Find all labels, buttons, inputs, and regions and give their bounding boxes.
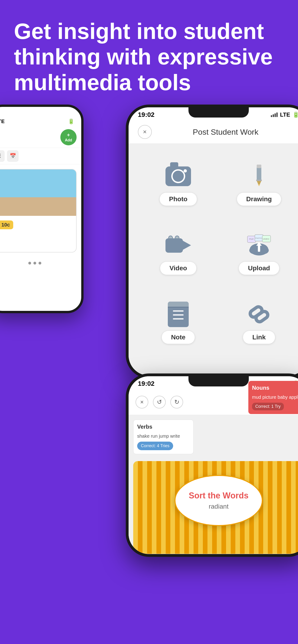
video-body xyxy=(165,238,183,253)
nouns-correct-badge: Correct: 1 Try xyxy=(252,403,284,410)
note-icon xyxy=(164,303,192,326)
hero-section: Get insight into student thinking with e… xyxy=(0,0,298,104)
media-item-drawing[interactable]: Drawing xyxy=(223,153,295,213)
list-icon[interactable]: ☰ xyxy=(0,150,5,162)
phone-main: 19:02 LTE 🔋 × Post Student Work xyxy=(126,104,298,378)
content-card: 10c xyxy=(0,169,77,252)
sort-words-content: Verbs shake run jump write Correct: 4 Tr… xyxy=(129,415,298,554)
header-title: Post Student Work xyxy=(152,128,298,136)
media-item-note[interactable]: Note xyxy=(143,291,214,351)
svg-text:VIDEO: VIDEO xyxy=(263,238,269,240)
verbs-title: Verbs xyxy=(137,424,190,430)
hero-title: Get insight into student thinking with e… xyxy=(14,18,284,95)
second-status-time: 19:02 xyxy=(138,380,155,387)
media-item-photo[interactable]: Photo xyxy=(143,153,214,213)
price-badge: 10c xyxy=(0,220,13,229)
nouns-words: mud picture baby apple xyxy=(252,394,298,401)
link-label: Link xyxy=(243,330,275,344)
upload-icon: FILE PHOTO VIDEO xyxy=(245,234,273,257)
correct-verbs-badge: Correct: 4 Tries xyxy=(137,442,173,450)
svg-rect-14 xyxy=(258,245,260,252)
video-label: Video xyxy=(160,262,197,275)
upload-label: Upload xyxy=(239,262,280,275)
sort-oval-container: Sort the Words radiant xyxy=(133,461,298,526)
phone-second: 19:02 LTE 🔋 × ↺ ↻ ▾ ✓ xyxy=(126,374,298,557)
video-shape xyxy=(165,236,191,254)
verbs-box: Verbs shake run jump write Correct: 4 Tr… xyxy=(133,420,194,454)
drawing-icon xyxy=(245,164,273,188)
second-notch xyxy=(188,376,249,386)
card-image xyxy=(0,170,76,216)
photo-label: Photo xyxy=(159,192,197,206)
video-icon xyxy=(164,234,192,257)
media-item-video[interactable]: Video xyxy=(143,222,214,282)
phone-left: LTE 🔋 + Add ☰ 📅 10c xyxy=(0,104,84,313)
battery-icon: 🔋 xyxy=(292,112,298,118)
note-label: Note xyxy=(162,330,195,344)
left-status-bar: LTE 🔋 xyxy=(0,107,81,127)
svg-rect-1 xyxy=(257,164,261,168)
svg-rect-17 xyxy=(255,310,269,323)
media-grid: Photo Drawing xyxy=(143,153,295,351)
phone-notch xyxy=(188,107,249,118)
sort-word: radiant xyxy=(209,503,229,510)
svg-text:FILE: FILE xyxy=(249,238,254,240)
comic-area: Sort the Words radiant xyxy=(133,461,298,554)
media-options-grid: Photo Drawing xyxy=(129,144,298,376)
media-item-upload[interactable]: FILE PHOTO VIDEO Upload xyxy=(223,222,295,282)
pagination-dots xyxy=(0,257,81,269)
link-svg xyxy=(246,304,272,325)
phone-header: × Post Student Work xyxy=(129,120,298,144)
left-signal: LTE xyxy=(0,118,5,124)
sort-oval: Sort the Words radiant xyxy=(175,475,263,526)
svg-rect-4 xyxy=(256,180,262,181)
note-shape xyxy=(168,302,189,327)
nouns-box: Nouns mud picture baby apple Correct: 1 … xyxy=(248,381,298,414)
drawing-label: Drawing xyxy=(237,192,281,206)
calendar-icon[interactable]: 📅 xyxy=(7,150,19,162)
lte-label: LTE xyxy=(280,112,290,118)
dot-3 xyxy=(39,262,41,264)
left-toolbar: + Add xyxy=(0,127,81,148)
link-icon xyxy=(245,303,273,326)
dot-1 xyxy=(28,262,31,264)
redo-button[interactable]: ↻ xyxy=(170,396,183,408)
upload-svg: FILE PHOTO VIDEO xyxy=(245,234,273,257)
add-button[interactable]: + Add xyxy=(60,129,77,145)
nouns-title: Nouns xyxy=(252,384,298,391)
status-time: 19:02 xyxy=(138,111,155,118)
video-triangle xyxy=(183,241,191,250)
pencil-svg xyxy=(250,164,268,189)
signal-icon xyxy=(271,112,277,117)
close-button[interactable]: × xyxy=(138,125,152,139)
camera-shape xyxy=(165,166,191,186)
card-content: 10c xyxy=(0,216,76,234)
left-battery: 🔋 xyxy=(68,118,74,124)
undo-button[interactable]: ↺ xyxy=(153,396,166,408)
verbs-words: shake run jump write xyxy=(137,432,190,440)
photo-icon xyxy=(164,164,192,188)
media-item-link[interactable]: Link xyxy=(223,291,295,351)
camera-dot xyxy=(184,169,187,172)
dot-2 xyxy=(34,262,36,264)
second-close-button[interactable]: × xyxy=(136,396,148,408)
svg-text:PHOTO: PHOTO xyxy=(255,237,262,239)
svg-marker-3 xyxy=(258,184,260,186)
sort-title: Sort the Words xyxy=(189,491,248,500)
